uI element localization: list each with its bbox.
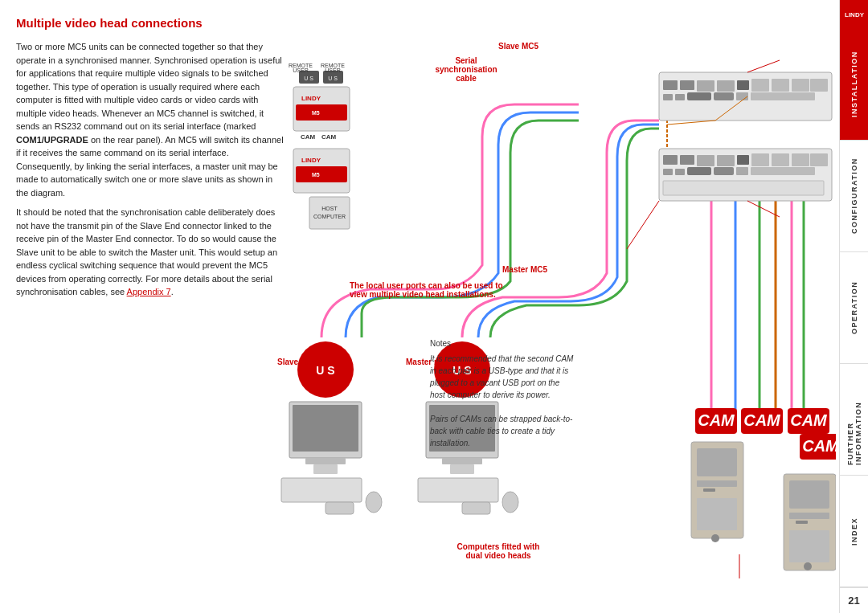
svg-rect-30 xyxy=(772,153,789,166)
annotation-slave-mc5: Slave MC5 xyxy=(498,42,538,51)
svg-point-67 xyxy=(502,492,518,513)
svg-rect-33 xyxy=(663,169,673,175)
svg-point-97 xyxy=(804,562,812,570)
svg-rect-14 xyxy=(772,79,789,92)
annotation-serial: Serial synchronisation cable xyxy=(430,56,502,83)
page-number: 21 xyxy=(840,587,868,613)
svg-text:CAM: CAM xyxy=(301,133,316,141)
svg-rect-12 xyxy=(737,80,749,90)
svg-line-103 xyxy=(627,201,659,249)
svg-text:CAM: CAM xyxy=(698,411,735,429)
svg-text:LINDY: LINDY xyxy=(301,95,321,102)
svg-text:USER: USER xyxy=(325,67,340,73)
svg-rect-57 xyxy=(313,464,338,474)
svg-rect-36 xyxy=(714,167,734,175)
svg-rect-9 xyxy=(680,80,694,90)
tab-index[interactable]: INDEX xyxy=(840,476,868,587)
svg-rect-11 xyxy=(717,80,735,92)
svg-rect-63 xyxy=(442,458,482,464)
svg-text:HOST: HOST xyxy=(321,206,338,211)
svg-text:M5: M5 xyxy=(312,172,320,178)
svg-point-91 xyxy=(711,534,719,542)
svg-rect-59 xyxy=(326,502,354,514)
svg-rect-21 xyxy=(736,92,748,100)
notes-text-1: It is recommended that the second CAM in… xyxy=(430,353,575,401)
svg-line-101 xyxy=(747,60,780,72)
svg-rect-68 xyxy=(309,197,350,229)
svg-rect-15 xyxy=(792,79,809,92)
svg-rect-19 xyxy=(687,92,711,100)
tab-operation[interactable]: OPERATION xyxy=(840,252,868,364)
text-column: Two or more MC5 units can be connected t… xyxy=(16,40,285,305)
svg-rect-22 xyxy=(751,92,815,100)
svg-rect-95 xyxy=(789,513,829,519)
svg-rect-58 xyxy=(281,478,362,502)
svg-rect-65 xyxy=(418,478,498,502)
svg-rect-34 xyxy=(675,169,685,175)
svg-rect-64 xyxy=(450,464,474,474)
svg-rect-32 xyxy=(810,153,828,166)
annotation-computers: Computers fitted with dual video heads xyxy=(454,542,542,560)
svg-rect-94 xyxy=(789,480,829,509)
tab-installation[interactable]: INSTALLATION xyxy=(840,29,868,141)
svg-rect-25 xyxy=(680,155,694,165)
svg-text:CAM: CAM xyxy=(802,437,836,455)
svg-rect-92 xyxy=(697,498,737,530)
svg-rect-39 xyxy=(663,181,824,195)
svg-text:CAM: CAM xyxy=(743,411,781,429)
annotation-slave-monitor: Slave monitor xyxy=(277,358,330,366)
svg-point-60 xyxy=(366,492,382,513)
svg-rect-16 xyxy=(810,79,828,92)
svg-rect-27 xyxy=(717,155,735,166)
svg-rect-8 xyxy=(663,80,678,90)
svg-rect-90 xyxy=(703,488,715,492)
svg-rect-29 xyxy=(751,153,769,166)
svg-rect-55 xyxy=(293,405,358,452)
tab-further-information[interactable]: FURTHER INFORMATION xyxy=(840,364,868,476)
svg-rect-98 xyxy=(789,530,829,562)
svg-rect-35 xyxy=(687,167,711,175)
svg-rect-17 xyxy=(663,94,673,100)
svg-rect-20 xyxy=(714,92,734,100)
notes-text-2: Pairs of CAMs can be strapped back-to-ba… xyxy=(430,413,575,449)
svg-rect-28 xyxy=(737,155,749,165)
svg-rect-66 xyxy=(462,502,490,514)
svg-text:COMPUTER: COMPUTER xyxy=(313,214,346,219)
svg-rect-26 xyxy=(697,155,714,166)
notes-box: Notes It is recommended that the second … xyxy=(430,337,575,449)
svg-rect-56 xyxy=(305,458,346,464)
svg-text:USER: USER xyxy=(293,67,308,73)
main-content: Multiple video head connections Two or m… xyxy=(0,0,839,613)
lindy-logo: LINDY xyxy=(840,0,868,29)
right-sidebar: LINDY INSTALLATION CONFIGURATION OPERATI… xyxy=(839,0,868,613)
annotation-master-mc5: Master MC5 xyxy=(502,265,547,274)
svg-line-99 xyxy=(667,121,715,125)
svg-text:U S: U S xyxy=(328,76,338,81)
svg-rect-37 xyxy=(736,167,748,175)
svg-text:CAM: CAM xyxy=(321,133,337,141)
svg-rect-48 xyxy=(296,166,347,182)
svg-rect-88 xyxy=(697,448,737,476)
svg-text:U S: U S xyxy=(304,76,313,81)
svg-rect-10 xyxy=(697,80,714,92)
svg-rect-96 xyxy=(796,521,808,524)
svg-text:CAM: CAM xyxy=(790,411,828,429)
diagram-area: LINDY M5 CAM CAM LINDY M5 U S U S xyxy=(273,24,836,611)
annotation-local-user: The local user ports can also be used to… xyxy=(350,281,506,299)
svg-rect-42 xyxy=(296,104,347,121)
svg-rect-38 xyxy=(751,167,815,175)
svg-rect-24 xyxy=(663,155,678,165)
svg-text:M5: M5 xyxy=(312,110,320,116)
svg-rect-18 xyxy=(675,94,685,100)
svg-text:LINDY: LINDY xyxy=(301,157,321,164)
body-text-2: It should be noted that the synchronisat… xyxy=(16,206,285,299)
highlight-com: COM1/UPGRADE xyxy=(16,135,88,145)
tab-configuration[interactable]: CONFIGURATION xyxy=(840,141,868,252)
body-text-1: Two or more MC5 units can be connected t… xyxy=(16,40,285,199)
svg-rect-13 xyxy=(751,79,769,92)
notes-title: Notes xyxy=(430,337,575,349)
appendix-link[interactable]: Appendix 7 xyxy=(127,287,171,296)
svg-rect-31 xyxy=(792,153,809,166)
svg-rect-89 xyxy=(697,480,737,487)
